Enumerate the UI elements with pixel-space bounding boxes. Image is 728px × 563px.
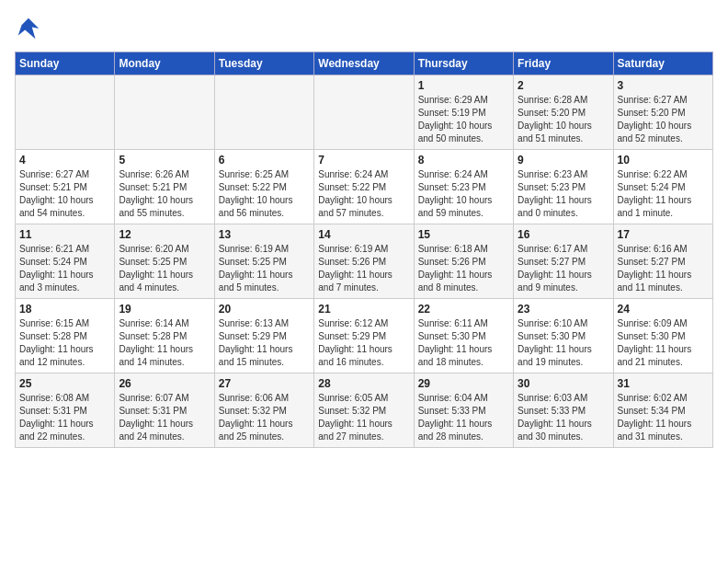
weekday-header-saturday: Saturday: [613, 52, 712, 75]
day-number: 20: [219, 303, 310, 316]
cell-content: Sunrise: 6:15 AM Sunset: 5:28 PM Dayligh…: [19, 317, 110, 369]
cell-content: Sunrise: 6:24 AM Sunset: 5:23 PM Dayligh…: [418, 168, 509, 220]
calendar-cell: 6Sunrise: 6:25 AM Sunset: 5:22 PM Daylig…: [214, 150, 313, 224]
calendar-cell: 31Sunrise: 6:02 AM Sunset: 5:34 PM Dayli…: [613, 373, 712, 448]
calendar-cell: 15Sunrise: 6:18 AM Sunset: 5:26 PM Dayli…: [414, 224, 513, 299]
calendar-cell: 21Sunrise: 6:12 AM Sunset: 5:29 PM Dayli…: [314, 299, 414, 373]
day-number: 3: [618, 79, 709, 92]
cell-content: Sunrise: 6:17 AM Sunset: 5:27 PM Dayligh…: [518, 243, 609, 294]
calendar-cell: 7Sunrise: 6:24 AM Sunset: 5:22 PM Daylig…: [314, 150, 414, 224]
calendar-cell: 18Sunrise: 6:15 AM Sunset: 5:28 PM Dayli…: [16, 299, 115, 373]
day-number: 13: [219, 228, 310, 241]
cell-content: Sunrise: 6:09 AM Sunset: 5:30 PM Dayligh…: [618, 317, 709, 369]
day-number: 28: [318, 377, 409, 390]
weekday-header-tuesday: Tuesday: [214, 52, 313, 75]
day-number: 23: [518, 303, 609, 316]
cell-content: Sunrise: 6:05 AM Sunset: 5:32 PM Dayligh…: [318, 392, 409, 443]
calendar-cell: 9Sunrise: 6:23 AM Sunset: 5:23 PM Daylig…: [514, 150, 613, 224]
day-number: 29: [418, 377, 509, 390]
week-row-5: 25Sunrise: 6:08 AM Sunset: 5:31 PM Dayli…: [16, 373, 713, 448]
calendar-cell: 17Sunrise: 6:16 AM Sunset: 5:27 PM Dayli…: [613, 224, 712, 299]
day-number: 12: [119, 228, 210, 241]
cell-content: Sunrise: 6:04 AM Sunset: 5:33 PM Dayligh…: [418, 392, 509, 443]
cell-content: Sunrise: 6:27 AM Sunset: 5:20 PM Dayligh…: [618, 94, 709, 145]
cell-content: Sunrise: 6:03 AM Sunset: 5:33 PM Dayligh…: [518, 392, 609, 443]
calendar-cell: 12Sunrise: 6:20 AM Sunset: 5:25 PM Dayli…: [115, 224, 214, 299]
weekday-header-thursday: Thursday: [414, 52, 513, 75]
day-number: 19: [119, 303, 210, 316]
calendar-table: SundayMondayTuesdayWednesdayThursdayFrid…: [15, 52, 713, 448]
calendar-cell: 5Sunrise: 6:26 AM Sunset: 5:21 PM Daylig…: [115, 150, 214, 224]
calendar-cell: 11Sunrise: 6:21 AM Sunset: 5:24 PM Dayli…: [16, 224, 115, 299]
calendar-cell: 2Sunrise: 6:28 AM Sunset: 5:20 PM Daylig…: [514, 75, 613, 150]
day-number: 2: [518, 79, 609, 92]
day-number: 10: [618, 154, 709, 167]
day-number: 6: [219, 154, 310, 167]
cell-content: Sunrise: 6:19 AM Sunset: 5:26 PM Dayligh…: [318, 243, 409, 294]
day-number: 5: [119, 154, 210, 167]
day-number: 25: [19, 377, 110, 390]
cell-content: Sunrise: 6:02 AM Sunset: 5:34 PM Dayligh…: [618, 392, 709, 443]
day-number: 18: [19, 303, 110, 316]
cell-content: Sunrise: 6:25 AM Sunset: 5:22 PM Dayligh…: [219, 168, 310, 220]
cell-content: Sunrise: 6:10 AM Sunset: 5:30 PM Dayligh…: [518, 317, 609, 369]
calendar-cell: 13Sunrise: 6:19 AM Sunset: 5:25 PM Dayli…: [214, 224, 313, 299]
day-number: 16: [518, 228, 609, 241]
day-number: 26: [119, 377, 210, 390]
calendar-cell: 28Sunrise: 6:05 AM Sunset: 5:32 PM Dayli…: [314, 373, 414, 448]
cell-content: Sunrise: 6:26 AM Sunset: 5:21 PM Dayligh…: [119, 168, 210, 220]
weekday-header-wednesday: Wednesday: [314, 52, 414, 75]
weekday-header-sunday: Sunday: [16, 52, 115, 75]
calendar-cell: 1Sunrise: 6:29 AM Sunset: 5:19 PM Daylig…: [414, 75, 513, 150]
day-number: 21: [318, 303, 409, 316]
cell-content: Sunrise: 6:12 AM Sunset: 5:29 PM Dayligh…: [318, 317, 409, 369]
calendar-cell: 3Sunrise: 6:27 AM Sunset: 5:20 PM Daylig…: [613, 75, 712, 150]
cell-content: Sunrise: 6:22 AM Sunset: 5:24 PM Dayligh…: [618, 168, 709, 220]
cell-content: Sunrise: 6:08 AM Sunset: 5:31 PM Dayligh…: [19, 392, 110, 443]
calendar-cell: [314, 75, 414, 150]
day-number: 1: [418, 79, 509, 92]
calendar-cell: 24Sunrise: 6:09 AM Sunset: 5:30 PM Dayli…: [613, 299, 712, 373]
week-row-1: 1Sunrise: 6:29 AM Sunset: 5:19 PM Daylig…: [16, 75, 713, 150]
day-number: 24: [618, 303, 709, 316]
day-number: 17: [618, 228, 709, 241]
page-header: [15, 15, 713, 42]
cell-content: Sunrise: 6:27 AM Sunset: 5:21 PM Dayligh…: [19, 168, 110, 220]
calendar-cell: 19Sunrise: 6:14 AM Sunset: 5:28 PM Dayli…: [115, 299, 214, 373]
day-number: 11: [19, 228, 110, 241]
calendar-cell: 20Sunrise: 6:13 AM Sunset: 5:29 PM Dayli…: [214, 299, 313, 373]
calendar-cell: 8Sunrise: 6:24 AM Sunset: 5:23 PM Daylig…: [414, 150, 513, 224]
calendar-cell: 27Sunrise: 6:06 AM Sunset: 5:32 PM Dayli…: [214, 373, 313, 448]
day-number: 4: [19, 154, 110, 167]
cell-content: Sunrise: 6:20 AM Sunset: 5:25 PM Dayligh…: [119, 243, 210, 294]
calendar-cell: [16, 75, 115, 150]
day-number: 7: [318, 154, 409, 167]
cell-content: Sunrise: 6:28 AM Sunset: 5:20 PM Dayligh…: [518, 94, 609, 145]
weekday-header-row: SundayMondayTuesdayWednesdayThursdayFrid…: [16, 52, 713, 75]
weekday-header-monday: Monday: [115, 52, 214, 75]
calendar-cell: 25Sunrise: 6:08 AM Sunset: 5:31 PM Dayli…: [16, 373, 115, 448]
calendar-cell: 22Sunrise: 6:11 AM Sunset: 5:30 PM Dayli…: [414, 299, 513, 373]
cell-content: Sunrise: 6:07 AM Sunset: 5:31 PM Dayligh…: [119, 392, 210, 443]
week-row-2: 4Sunrise: 6:27 AM Sunset: 5:21 PM Daylig…: [16, 150, 713, 224]
calendar-cell: 14Sunrise: 6:19 AM Sunset: 5:26 PM Dayli…: [314, 224, 414, 299]
cell-content: Sunrise: 6:11 AM Sunset: 5:30 PM Dayligh…: [418, 317, 509, 369]
calendar-cell: 29Sunrise: 6:04 AM Sunset: 5:33 PM Dayli…: [414, 373, 513, 448]
weekday-header-friday: Friday: [514, 52, 613, 75]
calendar-cell: 30Sunrise: 6:03 AM Sunset: 5:33 PM Dayli…: [514, 373, 613, 448]
week-row-3: 11Sunrise: 6:21 AM Sunset: 5:24 PM Dayli…: [16, 224, 713, 299]
cell-content: Sunrise: 6:21 AM Sunset: 5:24 PM Dayligh…: [19, 243, 110, 294]
cell-content: Sunrise: 6:14 AM Sunset: 5:28 PM Dayligh…: [119, 317, 210, 369]
cell-content: Sunrise: 6:19 AM Sunset: 5:25 PM Dayligh…: [219, 243, 310, 294]
cell-content: Sunrise: 6:29 AM Sunset: 5:19 PM Dayligh…: [418, 94, 509, 145]
calendar-cell: 23Sunrise: 6:10 AM Sunset: 5:30 PM Dayli…: [514, 299, 613, 373]
day-number: 27: [219, 377, 310, 390]
day-number: 22: [418, 303, 509, 316]
week-row-4: 18Sunrise: 6:15 AM Sunset: 5:28 PM Dayli…: [16, 299, 713, 373]
day-number: 8: [418, 154, 509, 167]
calendar-cell: 16Sunrise: 6:17 AM Sunset: 5:27 PM Dayli…: [514, 224, 613, 299]
cell-content: Sunrise: 6:16 AM Sunset: 5:27 PM Dayligh…: [618, 243, 709, 294]
cell-content: Sunrise: 6:24 AM Sunset: 5:22 PM Dayligh…: [318, 168, 409, 220]
logo: [15, 15, 46, 42]
day-number: 30: [518, 377, 609, 390]
